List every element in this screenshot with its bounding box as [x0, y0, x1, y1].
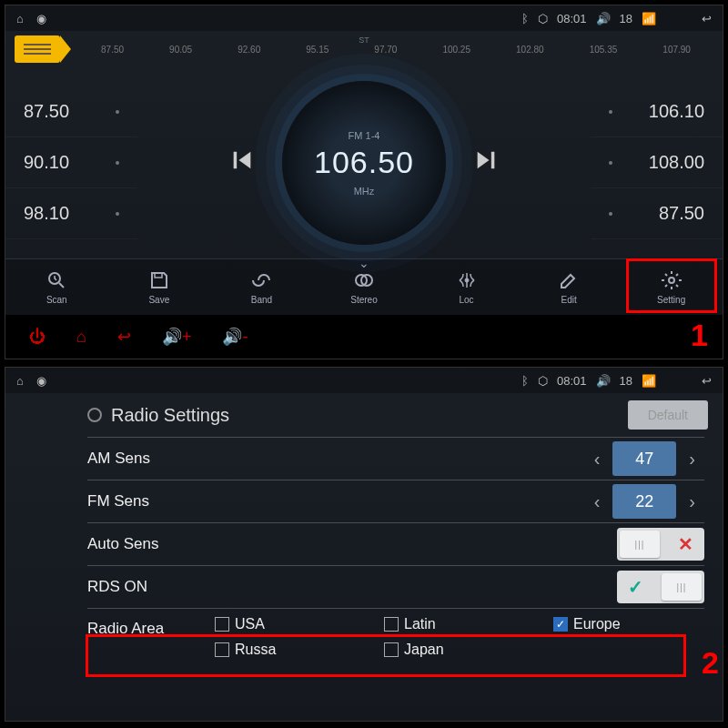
- settings-screen: ⌂ ◉ ᛒ ⬡ 08:01 🔊 18 📶 ↩ Radio Settings De…: [5, 367, 723, 722]
- volume-level: 18: [620, 374, 632, 388]
- bluetooth-icon: ᛒ: [521, 374, 529, 388]
- settings-list: AM Sens ‹ 47 › FM Sens ‹ 22 › Auto Sens …: [5, 437, 723, 665]
- check-icon: ✓: [628, 576, 643, 598]
- auto-sens-row: Auto Sens ✕: [87, 522, 704, 565]
- cast-icon: ◉: [36, 374, 46, 388]
- fm-sens-stepper: ‹ 22 ›: [585, 484, 704, 519]
- band-label: FM 1-4: [349, 130, 380, 141]
- preset-5[interactable]: 108.00: [591, 137, 723, 188]
- radio-icon: [87, 408, 102, 422]
- annotation-2: 2: [702, 645, 719, 681]
- stereo-indicator: ST: [359, 35, 369, 45]
- scale-ticks: 87.50 90.05 92.60 95.15 97.70 100.25 102…: [78, 45, 713, 55]
- fm-sens-value: 22: [612, 484, 676, 519]
- preset-3[interactable]: 98.10: [5, 188, 137, 239]
- volume-level: 18: [620, 12, 632, 25]
- area-option-europe[interactable]: Europe: [553, 616, 704, 632]
- volume-icon: 🔊: [596, 12, 611, 25]
- status-bar: ⌂ ◉ ᛒ ⬡ 08:01 🔊 18 📶 ↩: [5, 368, 723, 393]
- preset-2[interactable]: 90.10: [5, 137, 137, 188]
- back-icon[interactable]: ↩: [702, 374, 712, 388]
- svg-point-4: [465, 278, 469, 282]
- cast-icon: ◉: [36, 12, 46, 25]
- presets-right: 106.10 108.00 87.50: [591, 86, 723, 239]
- vol-down-button[interactable]: 🔊-: [222, 327, 248, 347]
- area-option-japan[interactable]: Japan: [384, 642, 535, 658]
- frequency-dial[interactable]: FM 1-4 106.50 MHz ⌄: [282, 81, 446, 245]
- signal-icon: 📶: [642, 374, 656, 388]
- bluetooth-icon: ᛒ: [521, 12, 529, 25]
- setting-button[interactable]: Setting: [628, 264, 714, 310]
- am-sens-label: AM Sens: [87, 450, 585, 468]
- power-button[interactable]: ⏻: [29, 328, 46, 347]
- back-icon[interactable]: ↩: [702, 12, 712, 25]
- preset-4[interactable]: 106.10: [591, 86, 723, 137]
- save-button[interactable]: Save: [116, 264, 202, 310]
- radio-screen: ⌂ ◉ ᛒ ⬡ 08:01 🔊 18 📶 ↩ 87.50 90.05 92.60…: [5, 5, 723, 359]
- fm-sens-increase[interactable]: ›: [680, 491, 704, 512]
- rds-on-toggle[interactable]: ✓: [617, 571, 704, 603]
- am-sens-stepper: ‹ 47 ›: [585, 441, 704, 476]
- settings-header: Radio Settings Default: [5, 393, 723, 437]
- auto-sens-toggle[interactable]: ✕: [617, 528, 704, 561]
- scan-button[interactable]: Scan: [14, 264, 100, 310]
- status-bar: ⌂ ◉ ᛒ ⬡ 08:01 🔊 18 📶 ↩: [5, 5, 723, 31]
- default-button[interactable]: Default: [628, 400, 708, 430]
- hardware-buttons: ⏻ ⌂ ↩ 🔊+ 🔊-: [5, 315, 723, 359]
- seek-prev-button[interactable]: [229, 147, 255, 178]
- home-icon: ⌂: [16, 374, 24, 388]
- annotation-1: 1: [691, 318, 708, 353]
- volume-icon: 🔊: [596, 374, 611, 388]
- area-option-latin[interactable]: Latin: [384, 616, 535, 632]
- settings-title: Radio Settings: [111, 405, 229, 426]
- auto-sens-label: Auto Sens: [87, 535, 617, 553]
- fm-sens-decrease[interactable]: ‹: [585, 491, 610, 512]
- band-button[interactable]: Band: [218, 264, 305, 310]
- radio-area-row: Radio Area USA Latin Europe Russa Japan: [87, 608, 704, 665]
- area-option-russa[interactable]: Russa: [215, 642, 366, 658]
- rds-on-row: RDS ON ✓: [87, 565, 704, 608]
- back-hw-button[interactable]: ↩: [117, 327, 131, 347]
- chevron-down-icon: ⌄: [359, 256, 369, 270]
- fm-sens-row: FM Sens ‹ 22 ›: [87, 480, 704, 522]
- clock: 08:01: [557, 374, 587, 388]
- tuner-center: ST FM 1-4 106.50 MHz ⌄: [137, 81, 591, 245]
- presets-left: 87.50 90.10 98.10: [5, 86, 137, 239]
- radio-area-label: Radio Area: [87, 616, 215, 638]
- wifi-icon: ⬡: [538, 374, 548, 388]
- signal-icon: 📶: [642, 12, 656, 25]
- fm-sens-label: FM Sens: [87, 492, 585, 511]
- preset-1[interactable]: 87.50: [5, 86, 137, 137]
- menu-button[interactable]: [15, 35, 60, 63]
- am-sens-row: AM Sens ‹ 47 ›: [87, 437, 704, 480]
- am-sens-value: 47: [612, 441, 676, 476]
- svg-point-5: [669, 278, 674, 283]
- radio-main: 87.50 90.10 98.10 ST FM 1-4 106.50 MHz ⌄…: [5, 67, 723, 258]
- radio-area-options: USA Latin Europe Russa Japan: [215, 616, 704, 658]
- svg-rect-1: [155, 273, 162, 278]
- preset-6[interactable]: 87.50: [591, 188, 723, 239]
- area-option-usa[interactable]: USA: [215, 616, 366, 632]
- rds-on-label: RDS ON: [87, 578, 617, 596]
- edit-button[interactable]: Edit: [526, 264, 612, 310]
- seek-next-button[interactable]: [473, 147, 499, 178]
- stereo-button[interactable]: Stereo: [320, 264, 407, 310]
- home-icon: ⌂: [16, 12, 24, 25]
- close-icon: ✕: [678, 533, 693, 555]
- clock: 08:01: [557, 12, 587, 25]
- wifi-icon: ⬡: [538, 12, 548, 25]
- am-sens-decrease[interactable]: ‹: [585, 449, 610, 470]
- vol-up-button[interactable]: 🔊+: [162, 327, 192, 347]
- home-hw-button[interactable]: ⌂: [76, 328, 86, 347]
- am-sens-increase[interactable]: ›: [680, 449, 704, 470]
- loc-button[interactable]: Loc: [423, 264, 510, 310]
- frequency-value: 106.50: [314, 145, 414, 180]
- unit-label: MHz: [354, 186, 375, 197]
